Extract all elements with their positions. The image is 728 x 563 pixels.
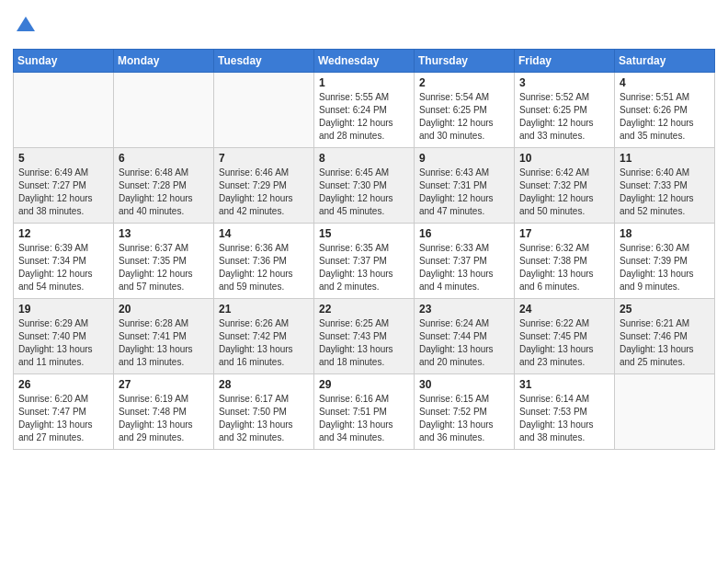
day-info: Sunrise: 6:15 AM Sunset: 7:52 PM Dayligh…: [419, 393, 509, 444]
calendar-day-cell: 8Sunrise: 6:45 AM Sunset: 7:30 PM Daylig…: [314, 147, 415, 223]
day-info: Sunrise: 6:20 AM Sunset: 7:47 PM Dayligh…: [18, 393, 108, 444]
calendar-day-cell: 29Sunrise: 6:16 AM Sunset: 7:51 PM Dayli…: [314, 373, 415, 449]
calendar-day-cell: 16Sunrise: 6:33 AM Sunset: 7:37 PM Dayli…: [415, 223, 515, 298]
day-info: Sunrise: 6:14 AM Sunset: 7:53 PM Dayligh…: [519, 393, 609, 444]
calendar-day-cell: 11Sunrise: 6:40 AM Sunset: 7:33 PM Dayli…: [615, 147, 715, 223]
day-number: 18: [620, 227, 710, 240]
day-info: Sunrise: 6:48 AM Sunset: 7:28 PM Dayligh…: [119, 167, 209, 218]
day-number: 24: [519, 303, 609, 316]
logo-icon: [15, 15, 37, 37]
calendar-day-cell: 13Sunrise: 6:37 AM Sunset: 7:35 PM Dayli…: [114, 223, 214, 298]
calendar-day-cell: 12Sunrise: 6:39 AM Sunset: 7:34 PM Dayli…: [14, 223, 114, 298]
day-number: 27: [119, 378, 209, 391]
page: SundayMondayTuesdayWednesdayThursdayFrid…: [0, 0, 728, 563]
calendar-day-cell: 17Sunrise: 6:32 AM Sunset: 7:38 PM Dayli…: [515, 223, 615, 298]
day-info: Sunrise: 6:35 AM Sunset: 7:37 PM Dayligh…: [319, 242, 409, 293]
calendar-week-row: 5Sunrise: 6:49 AM Sunset: 7:27 PM Daylig…: [14, 147, 715, 223]
day-info: Sunrise: 6:43 AM Sunset: 7:31 PM Dayligh…: [419, 167, 509, 218]
day-info: Sunrise: 6:21 AM Sunset: 7:46 PM Dayligh…: [620, 317, 710, 369]
day-info: Sunrise: 5:54 AM Sunset: 6:25 PM Dayligh…: [419, 91, 509, 143]
day-number: 16: [419, 227, 509, 240]
day-number: 7: [219, 152, 309, 165]
weekday-header-thursday: Thursday: [415, 49, 515, 72]
empty-cell: [114, 72, 214, 147]
day-number: 3: [519, 76, 609, 89]
calendar-day-cell: 5Sunrise: 6:49 AM Sunset: 7:27 PM Daylig…: [14, 147, 114, 223]
logo: [13, 15, 37, 41]
day-number: 30: [419, 378, 509, 391]
calendar-week-row: 12Sunrise: 6:39 AM Sunset: 7:34 PM Dayli…: [14, 223, 715, 298]
calendar-day-cell: 31Sunrise: 6:14 AM Sunset: 7:53 PM Dayli…: [515, 373, 615, 449]
calendar-day-cell: 25Sunrise: 6:21 AM Sunset: 7:46 PM Dayli…: [615, 298, 715, 373]
day-info: Sunrise: 5:52 AM Sunset: 6:25 PM Dayligh…: [519, 91, 609, 143]
day-number: 9: [419, 152, 509, 165]
calendar-day-cell: 28Sunrise: 6:17 AM Sunset: 7:50 PM Dayli…: [214, 373, 314, 449]
day-number: 4: [620, 76, 710, 89]
day-number: 25: [620, 303, 710, 316]
calendar-day-cell: 30Sunrise: 6:15 AM Sunset: 7:52 PM Dayli…: [415, 373, 515, 449]
calendar-day-cell: 10Sunrise: 6:42 AM Sunset: 7:32 PM Dayli…: [515, 147, 615, 223]
day-number: 11: [620, 152, 710, 165]
weekday-header-friday: Friday: [515, 49, 615, 72]
calendar-day-cell: 14Sunrise: 6:36 AM Sunset: 7:36 PM Dayli…: [214, 223, 314, 298]
day-info: Sunrise: 6:32 AM Sunset: 7:38 PM Dayligh…: [519, 242, 609, 293]
empty-cell: [14, 72, 114, 147]
calendar-day-cell: 27Sunrise: 6:19 AM Sunset: 7:48 PM Dayli…: [114, 373, 214, 449]
calendar-week-row: 19Sunrise: 6:29 AM Sunset: 7:40 PM Dayli…: [14, 298, 715, 373]
calendar-day-cell: 2Sunrise: 5:54 AM Sunset: 6:25 PM Daylig…: [415, 72, 515, 147]
weekday-header-sunday: Sunday: [14, 49, 114, 72]
calendar-week-row: 1Sunrise: 5:55 AM Sunset: 6:24 PM Daylig…: [14, 72, 715, 147]
day-info: Sunrise: 6:25 AM Sunset: 7:43 PM Dayligh…: [319, 317, 409, 369]
svg-marker-0: [17, 17, 35, 31]
weekday-header-wednesday: Wednesday: [314, 49, 415, 72]
day-number: 31: [519, 378, 609, 391]
calendar-day-cell: 4Sunrise: 5:51 AM Sunset: 6:26 PM Daylig…: [615, 72, 715, 147]
calendar-day-cell: 1Sunrise: 5:55 AM Sunset: 6:24 PM Daylig…: [314, 72, 415, 147]
calendar-day-cell: 7Sunrise: 6:46 AM Sunset: 7:29 PM Daylig…: [214, 147, 314, 223]
calendar-day-cell: 20Sunrise: 6:28 AM Sunset: 7:41 PM Dayli…: [114, 298, 214, 373]
day-info: Sunrise: 6:42 AM Sunset: 7:32 PM Dayligh…: [519, 167, 609, 218]
day-number: 10: [519, 152, 609, 165]
day-info: Sunrise: 6:37 AM Sunset: 7:35 PM Dayligh…: [119, 242, 209, 293]
weekday-header-saturday: Saturday: [615, 49, 715, 72]
day-number: 15: [319, 227, 409, 240]
calendar-day-cell: 23Sunrise: 6:24 AM Sunset: 7:44 PM Dayli…: [415, 298, 515, 373]
day-info: Sunrise: 6:49 AM Sunset: 7:27 PM Dayligh…: [18, 167, 108, 218]
calendar-day-cell: 18Sunrise: 6:30 AM Sunset: 7:39 PM Dayli…: [615, 223, 715, 298]
day-info: Sunrise: 6:30 AM Sunset: 7:39 PM Dayligh…: [620, 242, 710, 293]
calendar-day-cell: 19Sunrise: 6:29 AM Sunset: 7:40 PM Dayli…: [14, 298, 114, 373]
calendar-table: SundayMondayTuesdayWednesdayThursdayFrid…: [13, 49, 715, 450]
day-number: 13: [119, 227, 209, 240]
day-number: 1: [319, 76, 409, 89]
day-number: 17: [519, 227, 609, 240]
day-number: 28: [219, 378, 309, 391]
day-number: 29: [319, 378, 409, 391]
day-info: Sunrise: 6:40 AM Sunset: 7:33 PM Dayligh…: [620, 167, 710, 218]
day-number: 19: [18, 303, 108, 316]
day-info: Sunrise: 6:46 AM Sunset: 7:29 PM Dayligh…: [219, 167, 309, 218]
day-info: Sunrise: 6:19 AM Sunset: 7:48 PM Dayligh…: [119, 393, 209, 444]
day-info: Sunrise: 6:36 AM Sunset: 7:36 PM Dayligh…: [219, 242, 309, 293]
day-info: Sunrise: 6:24 AM Sunset: 7:44 PM Dayligh…: [419, 317, 509, 369]
calendar-day-cell: 21Sunrise: 6:26 AM Sunset: 7:42 PM Dayli…: [214, 298, 314, 373]
empty-cell: [615, 373, 715, 449]
day-number: 26: [18, 378, 108, 391]
calendar-day-cell: 22Sunrise: 6:25 AM Sunset: 7:43 PM Dayli…: [314, 298, 415, 373]
day-number: 20: [119, 303, 209, 316]
day-number: 12: [18, 227, 108, 240]
day-info: Sunrise: 6:17 AM Sunset: 7:50 PM Dayligh…: [219, 393, 309, 444]
weekday-header-monday: Monday: [114, 49, 214, 72]
calendar-day-cell: 15Sunrise: 6:35 AM Sunset: 7:37 PM Dayli…: [314, 223, 415, 298]
weekday-header-tuesday: Tuesday: [214, 49, 314, 72]
day-info: Sunrise: 6:39 AM Sunset: 7:34 PM Dayligh…: [18, 242, 108, 293]
day-number: 22: [319, 303, 409, 316]
calendar-day-cell: 3Sunrise: 5:52 AM Sunset: 6:25 PM Daylig…: [515, 72, 615, 147]
day-info: Sunrise: 6:16 AM Sunset: 7:51 PM Dayligh…: [319, 393, 409, 444]
header: [13, 11, 715, 41]
day-number: 14: [219, 227, 309, 240]
calendar-week-row: 26Sunrise: 6:20 AM Sunset: 7:47 PM Dayli…: [14, 373, 715, 449]
day-number: 6: [119, 152, 209, 165]
day-number: 2: [419, 76, 509, 89]
day-info: Sunrise: 5:55 AM Sunset: 6:24 PM Dayligh…: [319, 91, 409, 143]
day-info: Sunrise: 6:28 AM Sunset: 7:41 PM Dayligh…: [119, 317, 209, 369]
